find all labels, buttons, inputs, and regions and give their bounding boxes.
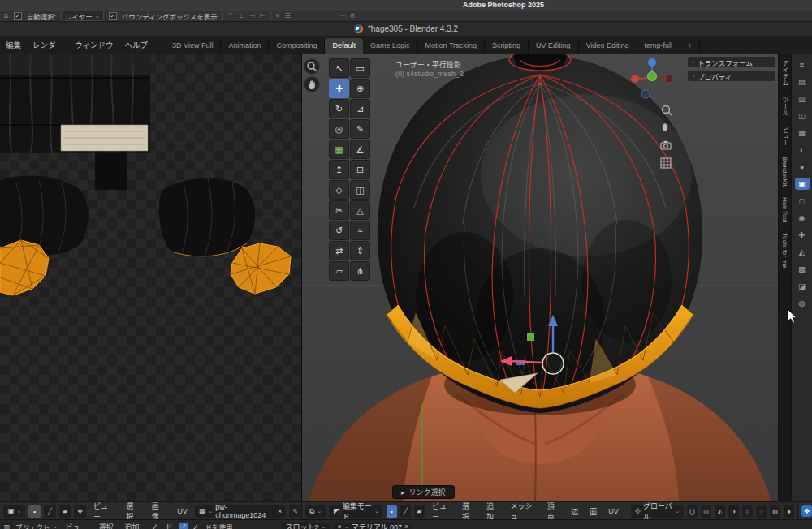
tool-select-tweak[interactable]: ↖ bbox=[329, 58, 349, 78]
tool-select-box[interactable]: ▭ bbox=[350, 58, 370, 78]
tool-loop-cut[interactable]: ◫ bbox=[350, 180, 370, 200]
particle-props-icon[interactable]: ◉ bbox=[795, 212, 810, 224]
shading-rendered-button[interactable]: ● bbox=[784, 505, 794, 518]
operator-panel-link-select[interactable]: ▸ リンク選択 bbox=[392, 485, 455, 499]
tab-3d-view-full[interactable]: 3D View Full bbox=[165, 38, 221, 54]
navigation-gizmo[interactable] bbox=[629, 55, 675, 101]
tool-cursor[interactable]: ⊕ bbox=[350, 79, 370, 98]
shader-menu-select[interactable]: 選択 bbox=[94, 522, 117, 529]
tool-edge-slide[interactable]: ⇄ bbox=[329, 241, 349, 260]
tab-scripting[interactable]: Scripting bbox=[485, 38, 529, 54]
tab-default[interactable]: Default bbox=[325, 38, 363, 54]
shading-wireframe-button[interactable]: ○ bbox=[742, 505, 753, 518]
tool-annotate[interactable]: ✎ bbox=[350, 119, 370, 139]
tool-shear[interactable]: ▱ bbox=[329, 261, 349, 281]
v3d-menu-uv[interactable]: UV bbox=[604, 507, 623, 515]
object-props-icon[interactable]: ▣ bbox=[795, 178, 810, 190]
align-bottom-icon[interactable]: ⊥ bbox=[239, 12, 244, 19]
material-props-icon[interactable]: ◪ bbox=[795, 280, 810, 292]
tab-temp-full[interactable]: temp-full bbox=[637, 38, 681, 54]
slot-dropdown[interactable]: スロット2 ⌄ bbox=[281, 523, 330, 529]
tool-scale[interactable]: ⊿ bbox=[350, 99, 370, 118]
align-left-icon[interactable]: ⊣ bbox=[249, 12, 255, 19]
tool-spin[interactable]: ↺ bbox=[329, 221, 349, 240]
uv-select-island-button[interactable]: ❖ bbox=[74, 505, 86, 518]
distribute-alt-icon[interactable]: ☰ bbox=[284, 12, 290, 19]
collection-props-icon[interactable]: ● bbox=[795, 161, 810, 173]
uv-image-editor-canvas[interactable] bbox=[0, 54, 301, 501]
tool-move[interactable]: ✚ bbox=[329, 79, 349, 98]
sidebar-tab-tool[interactable]: ツール bbox=[780, 97, 789, 116]
tab-motion-tracking[interactable]: Motion Tracking bbox=[418, 38, 486, 54]
uv-select-vertex-button[interactable]: • bbox=[28, 505, 41, 518]
menu-help[interactable]: ヘルプ bbox=[119, 37, 154, 54]
tool-measure[interactable]: ∡ bbox=[350, 140, 370, 159]
transform-orientation-dropdown[interactable]: ⟐ グローバル ⌄ bbox=[631, 505, 684, 518]
v3d-editor-type-button[interactable]: ⧉ ⌄ bbox=[305, 505, 326, 518]
v3d-menu-edge[interactable]: 辺 bbox=[567, 506, 582, 517]
texture-props-icon[interactable]: ◍ bbox=[795, 297, 810, 309]
v3d-menu-face[interactable]: 面 bbox=[585, 506, 601, 517]
snap-toggle-button[interactable]: ⋃ bbox=[687, 505, 698, 518]
tool-poly-build[interactable]: △ bbox=[350, 200, 370, 220]
tool-rotate[interactable]: ↻ bbox=[329, 99, 349, 118]
shading-solid-button[interactable]: ◌ bbox=[756, 505, 767, 518]
panel-transform[interactable]: › トランスフォーム bbox=[688, 57, 775, 67]
align-right-icon[interactable]: ⊢ bbox=[260, 12, 266, 19]
data-props-icon[interactable]: ▩ bbox=[795, 263, 810, 275]
tab-video-editing[interactable]: Video Editing bbox=[579, 38, 637, 54]
uv-editor-type-button[interactable]: ▣ ⌄ bbox=[3, 505, 25, 518]
tool-settings-icon[interactable]: ≡ bbox=[795, 58, 810, 71]
menu-edit[interactable]: 編集 bbox=[0, 37, 27, 54]
auto-select-checkbox[interactable]: ✓ bbox=[14, 12, 22, 20]
blenderkit-icon[interactable]: ❖ bbox=[801, 505, 812, 517]
tool-inset-faces[interactable]: ⊡ bbox=[350, 160, 370, 179]
panel-properties[interactable]: › プロパティ bbox=[688, 71, 775, 81]
auto-select-dropdown[interactable]: レイヤー ⌄ bbox=[61, 11, 104, 21]
tool-bevel[interactable]: ◇ bbox=[329, 180, 349, 200]
image-datablock-selector[interactable]: ▦ ⌄ pw-chonmage1024 × bbox=[195, 505, 287, 518]
gear-icon[interactable]: ⚙ bbox=[350, 12, 356, 19]
mode-dropdown[interactable]: ◩ 編集モード ⌄ bbox=[329, 505, 383, 518]
align-top-icon[interactable]: ⊤ bbox=[228, 12, 234, 19]
view-layer-props-icon[interactable]: ◫ bbox=[795, 110, 810, 122]
render-props-icon[interactable]: ▤ bbox=[795, 75, 810, 88]
distribute-icon[interactable]: ≡ bbox=[276, 12, 280, 19]
tool-transform[interactable]: ◎ bbox=[329, 119, 349, 139]
tab-compositing[interactable]: Compositing bbox=[269, 38, 325, 54]
constraint-props-icon[interactable]: ◭ bbox=[795, 246, 810, 258]
tool-rip-region[interactable]: ⋔ bbox=[350, 261, 370, 281]
tab-uv-editing[interactable]: UV Editing bbox=[529, 38, 579, 54]
pan-button[interactable] bbox=[304, 76, 320, 92]
uv-paint-mode-button[interactable]: ✎ bbox=[289, 505, 301, 518]
select-mode-vertex-button[interactable]: • bbox=[387, 505, 397, 518]
shader-menu-add[interactable]: 追加 bbox=[120, 522, 143, 529]
shading-material-button[interactable]: ◍ bbox=[770, 505, 780, 518]
show-bbox-checkbox[interactable]: ✓ bbox=[109, 12, 117, 20]
shader-mode-label[interactable]: ブジェクト bbox=[15, 522, 50, 529]
modifier-props-icon[interactable]: ◻ bbox=[795, 195, 810, 207]
physics-props-icon[interactable]: ✚ bbox=[795, 229, 810, 241]
sidebar-tab-view[interactable]: ビュー bbox=[780, 127, 789, 146]
overlays-button[interactable]: ◑ bbox=[728, 505, 739, 518]
menu-window[interactable]: ウィンドウ bbox=[69, 37, 119, 54]
viewport-3d[interactable]: ユーザー・平行投影 (0) s4studio_mesh_2 ↖ ▭ ✚ ⊕ ↻ … bbox=[302, 54, 778, 501]
more-options-icon[interactable]: ⋯ bbox=[339, 12, 345, 19]
close-icon[interactable]: × bbox=[404, 523, 408, 529]
tool-shrink-fatten[interactable]: ⇕ bbox=[350, 241, 370, 260]
add-workspace-button[interactable]: + bbox=[680, 38, 700, 54]
uv-select-edge-button[interactable]: ╱ bbox=[44, 505, 56, 518]
tab-game-logic[interactable]: Game Logic bbox=[363, 38, 418, 54]
menu-render[interactable]: レンダー bbox=[27, 37, 69, 54]
sidebar-tab-blenderkit[interactable]: BlenderKit bbox=[781, 157, 788, 187]
xray-toggle-button[interactable]: ◭ bbox=[715, 505, 725, 518]
tool-smooth[interactable]: ≈ bbox=[350, 221, 370, 240]
output-props-icon[interactable]: ▥ bbox=[795, 92, 810, 105]
tool-extrude-region[interactable]: ↥ bbox=[329, 160, 349, 179]
tool-knife[interactable]: ✂ bbox=[329, 200, 349, 220]
uv-select-face-button[interactable]: ▰ bbox=[59, 505, 71, 518]
select-mode-face-button[interactable]: ▰ bbox=[414, 505, 425, 518]
shader-menu-view[interactable]: ビュー bbox=[61, 522, 91, 529]
proportional-edit-button[interactable]: ◎ bbox=[701, 505, 711, 518]
zoom-button[interactable] bbox=[304, 58, 320, 75]
